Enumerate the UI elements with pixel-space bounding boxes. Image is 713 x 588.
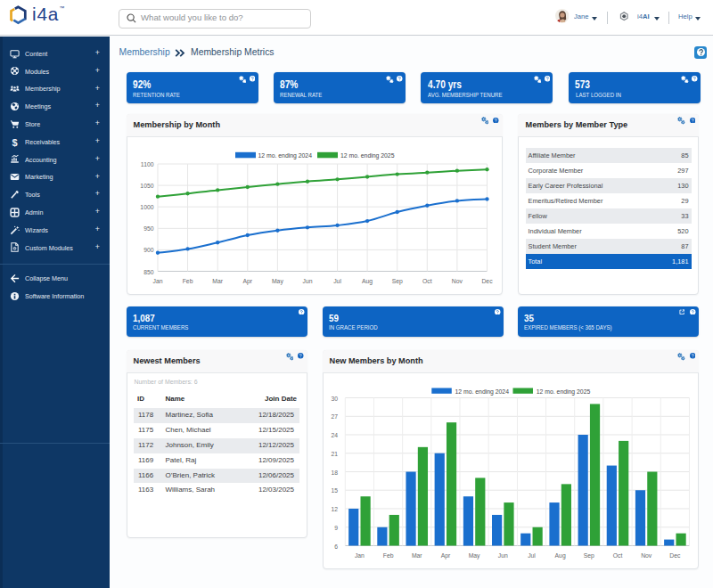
svg-text:Dec: Dec xyxy=(669,552,681,559)
svg-text:Jun: Jun xyxy=(497,552,507,559)
svg-text:Aug: Aug xyxy=(362,278,373,285)
svg-text:900: 900 xyxy=(143,247,154,253)
svg-text:Nov: Nov xyxy=(641,552,652,559)
svg-text:$: $ xyxy=(12,137,17,147)
svg-text:Jan: Jan xyxy=(152,278,162,284)
svg-text:12 mo. ending 2024: 12 mo. ending 2024 xyxy=(455,388,509,396)
svg-text:12 mo. ending 2025: 12 mo. ending 2025 xyxy=(536,388,590,396)
svg-text:9: 9 xyxy=(334,525,338,531)
svg-text:Jul: Jul xyxy=(333,278,341,284)
svg-text:Jan: Jan xyxy=(354,552,364,559)
svg-text:15: 15 xyxy=(331,487,338,494)
svg-text:24: 24 xyxy=(331,432,338,438)
svg-text:Apr: Apr xyxy=(440,552,450,559)
svg-text:850: 850 xyxy=(143,269,154,275)
svg-text:May: May xyxy=(468,552,479,559)
svg-text:12 mo. ending 2025: 12 mo. ending 2025 xyxy=(340,152,395,159)
svg-text:1000: 1000 xyxy=(140,204,153,210)
svg-text:Jun: Jun xyxy=(302,278,312,284)
svg-text:Aug: Aug xyxy=(554,552,565,559)
svg-text:12: 12 xyxy=(331,506,338,512)
svg-text:1050: 1050 xyxy=(140,183,153,189)
svg-text:Oct: Oct xyxy=(612,552,622,559)
svg-text:Sep: Sep xyxy=(583,552,594,559)
svg-text:Nov: Nov xyxy=(451,278,463,284)
svg-text:Feb: Feb xyxy=(382,552,393,559)
svg-text:Apr: Apr xyxy=(242,278,252,285)
svg-text:Mar: Mar xyxy=(212,278,223,284)
svg-text:6: 6 xyxy=(334,543,338,550)
svg-text:Dec: Dec xyxy=(481,278,493,284)
svg-text:21: 21 xyxy=(331,451,338,457)
svg-text:Jul: Jul xyxy=(528,552,536,559)
svg-text:1100: 1100 xyxy=(140,161,153,167)
svg-text:950: 950 xyxy=(143,225,154,232)
svg-text:27: 27 xyxy=(331,413,338,420)
svg-text:12 mo. ending 2024: 12 mo. ending 2024 xyxy=(258,152,312,159)
svg-text:May: May xyxy=(271,278,283,285)
svg-text:30: 30 xyxy=(331,396,338,402)
svg-text:18: 18 xyxy=(331,470,338,476)
svg-text:Sep: Sep xyxy=(391,278,402,285)
svg-text:Mar: Mar xyxy=(411,552,422,559)
svg-text:Oct: Oct xyxy=(422,278,432,284)
svg-text:Feb: Feb xyxy=(182,278,193,284)
